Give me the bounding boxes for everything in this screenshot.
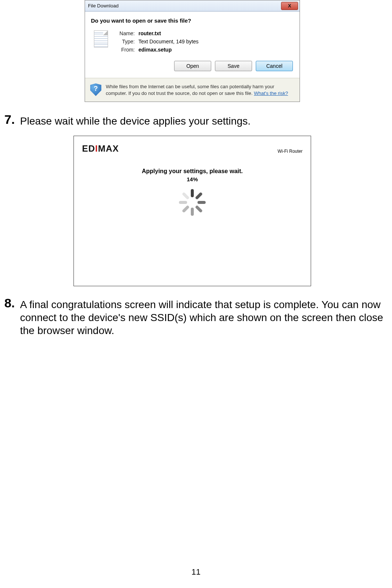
file-download-dialog: File Download X Do you want to open or s… xyxy=(85,0,300,102)
router-type-label: Wi-Fi Router xyxy=(278,149,303,154)
step-8-text: A final congratulations screen will indi… xyxy=(20,297,385,337)
risk-link[interactable]: What's the risk? xyxy=(254,90,288,96)
close-button[interactable]: X xyxy=(281,2,298,10)
apply-message: Applying your settings, please wait. xyxy=(74,168,311,175)
from-value: edimax.setup xyxy=(135,47,199,53)
step-8-number: 8. xyxy=(0,297,15,309)
type-label: Type: xyxy=(114,39,135,44)
page-number: 11 xyxy=(0,567,392,577)
text-document-icon xyxy=(94,30,108,47)
edimax-logo: EDIMAX xyxy=(82,143,119,154)
step-8: 8. A final congratulations screen will i… xyxy=(0,297,385,337)
warning-text-wrap: While files from the Internet can be use… xyxy=(106,83,294,96)
step-7-text: Please wait while the device applies you… xyxy=(20,113,251,128)
cancel-button[interactable]: Cancel xyxy=(256,61,293,71)
dialog-warning: ? While files from the Internet can be u… xyxy=(85,78,300,102)
dialog-question: Do you want to open or save this file? xyxy=(91,17,294,24)
apply-percent: 14% xyxy=(74,176,311,182)
router-apply-panel: EDIMAX Wi-Fi Router Applying your settin… xyxy=(74,136,311,286)
from-label: From: xyxy=(114,47,135,53)
step-7-number: 7. xyxy=(0,113,15,126)
name-value: router.txt xyxy=(135,30,199,36)
step-7: 7. Please wait while the device applies … xyxy=(0,113,385,128)
file-meta: Name: router.txt Type: Text Document, 14… xyxy=(114,30,199,53)
close-icon: X xyxy=(288,3,291,9)
open-button[interactable]: Open xyxy=(174,61,211,71)
loading-spinner-icon xyxy=(177,188,207,217)
dialog-title: File Download xyxy=(88,3,118,9)
type-value: Text Document, 149 bytes xyxy=(135,39,199,44)
dialog-titlebar: File Download X xyxy=(85,0,300,11)
name-label: Name: xyxy=(114,30,135,36)
shield-icon: ? xyxy=(90,83,101,96)
save-button[interactable]: Save xyxy=(215,61,252,71)
warning-text: While files from the Internet can be use… xyxy=(106,84,274,96)
